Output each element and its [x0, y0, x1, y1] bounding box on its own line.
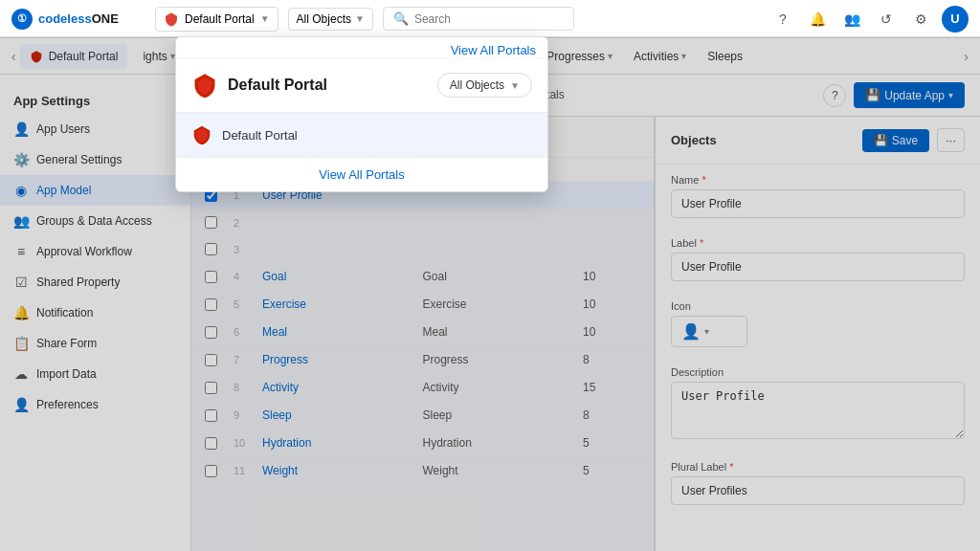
users-button[interactable]: 👥 — [838, 6, 865, 33]
icon-field-label: Icon — [671, 300, 965, 312]
row-name-4[interactable]: Goal — [262, 270, 423, 283]
all-objects-button[interactable]: All Objects ▼ — [288, 8, 373, 31]
search-input[interactable] — [414, 12, 564, 26]
right-panel-actions: 💾 Save ··· — [862, 128, 965, 152]
label-field-label: Label * — [671, 237, 965, 249]
table-row[interactable]: 5 Exercise Exercise 10 — [191, 291, 654, 319]
portal-dropdown-item-0[interactable]: Default Portal — [176, 113, 547, 157]
portal-dropdown[interactable]: View All Portals Default Portal All Obje… — [175, 36, 548, 192]
logo[interactable]: ① codelessONE — [11, 9, 145, 30]
sidebar-item-notification[interactable]: 🔔 Notification — [0, 298, 190, 328]
row-checkbox-5[interactable] — [205, 298, 217, 311]
save-button[interactable]: 💾 Save — [862, 129, 929, 152]
nav-next-button[interactable]: › — [960, 49, 972, 64]
plural-label-field-container: Plural Label * — [656, 452, 980, 515]
table-row[interactable]: 6 Meal Meal 10 — [191, 319, 654, 346]
table-row[interactable]: 4 Goal Goal 10 — [191, 263, 654, 291]
row-num-2: 2 — [234, 217, 262, 229]
row-name-11[interactable]: Weight — [262, 464, 423, 477]
table-row[interactable]: 3 — [191, 236, 654, 263]
all-objects-chevron-icon: ▼ — [355, 13, 365, 24]
sidebar-item-import-data-label: Import Data — [36, 367, 97, 381]
nav-item-activities[interactable]: Activities ▾ — [624, 44, 696, 69]
history-button[interactable]: ↺ — [873, 6, 900, 33]
groups-icon: 👥 — [13, 213, 29, 229]
portal-name-label: Default Portal — [185, 12, 255, 26]
sidebar-item-groups-data-access[interactable]: 👥 Groups & Data Access — [0, 206, 190, 236]
row-name-9[interactable]: Sleep — [262, 408, 423, 422]
view-all-portals-link[interactable]: View All Portals — [319, 167, 404, 182]
row-count-4: 10 — [583, 270, 640, 283]
tabs-bar-right: ? 💾 Update App ▾ — [823, 82, 965, 108]
table-row[interactable]: 9 Sleep Sleep 8 — [191, 402, 654, 430]
right-panel-title: Objects — [671, 133, 717, 147]
row-checkbox-3[interactable] — [205, 243, 217, 255]
row-name-5[interactable]: Exercise — [262, 298, 423, 311]
portal-item-label-0: Default Portal — [222, 128, 298, 143]
row-count-10: 5 — [583, 436, 640, 450]
app-users-icon: 👤 — [13, 121, 29, 137]
row-name-8[interactable]: Activity — [262, 381, 423, 394]
label-field-input[interactable] — [671, 253, 965, 281]
row-checkbox-8[interactable] — [205, 382, 217, 394]
approval-icon: ≡ — [13, 244, 29, 259]
row-checkbox-6[interactable] — [205, 326, 217, 339]
update-app-button[interactable]: 💾 Update App ▾ — [854, 82, 965, 108]
icon-select-chevron-icon: ▾ — [704, 326, 709, 337]
icon-field-container: Icon 👤 ▾ — [656, 291, 980, 357]
row-name-7[interactable]: Progress — [262, 353, 423, 366]
help-button[interactable]: ? — [769, 6, 796, 33]
nav-item-sleeps-label: Sleeps — [707, 50, 743, 63]
description-field-label: Description — [671, 366, 965, 378]
portal-item-icon — [191, 124, 212, 145]
portal-selector[interactable]: Default Portal ▼ — [155, 7, 278, 32]
sidebar-item-share-form-label: Share Form — [36, 337, 97, 350]
row-checkbox-9[interactable] — [205, 409, 217, 422]
filter-label: All Objects — [450, 78, 504, 92]
table-row[interactable]: 7 Progress Progress 8 — [191, 346, 654, 374]
right-panel: Objects 💾 Save ··· Name * — [655, 117, 980, 551]
row-name2-7: Progress — [423, 353, 584, 366]
row-name2-10: Hydration — [423, 436, 584, 450]
sidebar-item-app-users[interactable]: 👤 App Users — [0, 114, 190, 144]
nav-prev-button[interactable]: ‹ — [8, 49, 20, 64]
row-name-10[interactable]: Hydration — [262, 436, 423, 450]
sidebar-item-import-data[interactable]: ☁ Import Data — [0, 359, 190, 389]
table-row[interactable]: 2 — [191, 209, 654, 236]
sidebar-item-preferences[interactable]: 👤 Preferences — [0, 389, 190, 420]
settings-gear-button[interactable]: ⚙ — [907, 6, 934, 33]
description-field-input[interactable]: User Profile — [671, 382, 965, 439]
sidebar-item-share-form[interactable]: 📋 Share Form — [0, 328, 190, 359]
plural-label-required-star: * — [729, 461, 733, 473]
nav-item-sleeps[interactable]: Sleeps — [698, 44, 752, 69]
plural-label-field-input[interactable] — [671, 476, 965, 505]
search-container: 🔍 — [383, 7, 574, 31]
view-all-portals-top-link[interactable]: View All Portals — [451, 43, 536, 57]
row-checkbox-4[interactable] — [205, 271, 217, 283]
row-checkbox-7[interactable] — [205, 354, 217, 366]
row-num-5: 5 — [234, 298, 262, 310]
all-objects-filter-button[interactable]: All Objects ▼ — [437, 73, 532, 98]
row-count-6: 10 — [583, 325, 640, 339]
row-checkbox-10[interactable] — [205, 437, 217, 450]
table-row[interactable]: 8 Activity Activity 15 — [191, 374, 654, 402]
icon-select-button[interactable]: 👤 ▾ — [671, 316, 747, 347]
table-row[interactable]: 10 Hydration Hydration 5 — [191, 430, 654, 457]
notifications-button[interactable]: 🔔 — [804, 6, 831, 33]
row-name-6[interactable]: Meal — [262, 325, 423, 339]
sidebar-item-app-model[interactable]: ◉ App Model — [0, 175, 190, 206]
sidebar-item-general-settings[interactable]: ⚙️ General Settings — [0, 144, 190, 175]
row-checkbox-11[interactable] — [205, 465, 217, 477]
table-row[interactable]: 11 Weight Weight 5 — [191, 457, 654, 485]
nav-item-progresses[interactable]: Progresses ▾ — [537, 44, 622, 69]
avatar[interactable]: U — [942, 6, 969, 33]
sidebar-item-approval-workflow[interactable]: ≡ Approval Workflow — [0, 236, 190, 267]
more-options-button[interactable]: ··· — [937, 128, 965, 152]
nav-item-activities-label: Activities — [634, 50, 679, 63]
row-checkbox-2[interactable] — [205, 216, 217, 229]
sidebar-item-shared-property[interactable]: ☑ Shared Property — [0, 267, 190, 298]
tabs-help-button[interactable]: ? — [823, 84, 846, 107]
description-field-container: Description User Profile — [656, 357, 980, 452]
nav-item-default-portal[interactable]: Default Portal — [20, 44, 128, 69]
name-field-input[interactable] — [671, 189, 965, 218]
